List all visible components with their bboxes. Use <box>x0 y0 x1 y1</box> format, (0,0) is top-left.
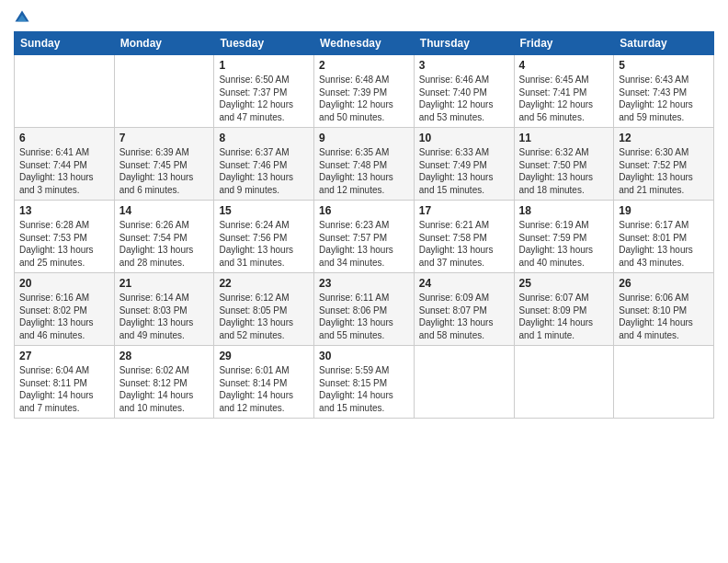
day-info: Sunrise: 6:48 AM Sunset: 7:39 PM Dayligh… <box>319 74 409 123</box>
day-number: 1 <box>219 59 309 72</box>
day-number: 9 <box>319 132 409 144</box>
day-cell: 12Sunrise: 6:30 AM Sunset: 7:52 PM Dayli… <box>614 128 714 201</box>
day-info: Sunrise: 6:35 AM Sunset: 7:48 PM Dayligh… <box>319 146 409 196</box>
page: SundayMondayTuesdayWednesdayThursdayFrid… <box>0 0 728 563</box>
day-cell: 17Sunrise: 6:21 AM Sunset: 7:58 PM Dayli… <box>414 201 514 273</box>
day-cell: 22Sunrise: 6:12 AM Sunset: 8:05 PM Dayli… <box>214 273 314 346</box>
day-info: Sunrise: 6:37 AM Sunset: 7:46 PM Dayligh… <box>219 146 309 196</box>
day-info: Sunrise: 6:28 AM Sunset: 7:53 PM Dayligh… <box>19 219 109 269</box>
day-info: Sunrise: 6:12 AM Sunset: 8:05 PM Dayligh… <box>219 292 309 341</box>
weekday-header-monday: Monday <box>114 32 214 55</box>
day-number: 10 <box>419 132 509 144</box>
day-cell: 26Sunrise: 6:06 AM Sunset: 8:10 PM Dayli… <box>614 273 714 346</box>
day-number: 26 <box>619 277 709 290</box>
calendar-table: SundayMondayTuesdayWednesdayThursdayFrid… <box>14 31 714 419</box>
day-cell: 2Sunrise: 6:48 AM Sunset: 7:39 PM Daylig… <box>314 55 415 128</box>
day-info: Sunrise: 6:26 AM Sunset: 7:54 PM Dayligh… <box>119 219 210 269</box>
week-row-5: 27Sunrise: 6:04 AM Sunset: 8:11 PM Dayli… <box>15 346 714 419</box>
day-number: 5 <box>619 59 709 72</box>
day-info: Sunrise: 6:06 AM Sunset: 8:10 PM Dayligh… <box>619 292 709 341</box>
day-number: 15 <box>219 204 309 217</box>
day-info: Sunrise: 6:39 AM Sunset: 7:45 PM Dayligh… <box>119 146 210 196</box>
day-cell: 6Sunrise: 6:41 AM Sunset: 7:44 PM Daylig… <box>15 128 115 201</box>
day-info: Sunrise: 6:21 AM Sunset: 7:58 PM Dayligh… <box>419 219 509 269</box>
weekday-header-sunday: Sunday <box>15 32 115 55</box>
weekday-header-row: SundayMondayTuesdayWednesdayThursdayFrid… <box>15 32 714 55</box>
day-cell: 5Sunrise: 6:43 AM Sunset: 7:43 PM Daylig… <box>614 55 714 128</box>
day-cell: 29Sunrise: 6:01 AM Sunset: 8:14 PM Dayli… <box>214 346 314 419</box>
day-number: 12 <box>619 132 709 144</box>
day-info: Sunrise: 6:11 AM Sunset: 8:06 PM Dayligh… <box>319 292 409 341</box>
day-info: Sunrise: 6:45 AM Sunset: 7:41 PM Dayligh… <box>519 74 609 123</box>
weekday-header-thursday: Thursday <box>414 32 514 55</box>
day-info: Sunrise: 6:43 AM Sunset: 7:43 PM Dayligh… <box>619 74 709 123</box>
day-info: Sunrise: 6:17 AM Sunset: 8:01 PM Dayligh… <box>619 219 709 269</box>
day-cell <box>514 346 614 419</box>
day-number: 17 <box>419 204 509 217</box>
day-number: 21 <box>119 277 210 290</box>
day-info: Sunrise: 6:01 AM Sunset: 8:14 PM Dayligh… <box>219 364 309 414</box>
day-number: 29 <box>219 350 309 362</box>
day-number: 25 <box>519 277 609 290</box>
day-number: 22 <box>219 277 309 290</box>
weekday-header-wednesday: Wednesday <box>314 32 415 55</box>
day-info: Sunrise: 6:07 AM Sunset: 8:09 PM Dayligh… <box>519 292 609 341</box>
day-info: Sunrise: 6:23 AM Sunset: 7:57 PM Dayligh… <box>319 219 409 269</box>
day-number: 28 <box>119 350 210 362</box>
day-cell <box>15 55 115 128</box>
week-row-4: 20Sunrise: 6:16 AM Sunset: 8:02 PM Dayli… <box>15 273 714 346</box>
weekday-header-tuesday: Tuesday <box>214 32 314 55</box>
weekday-header-saturday: Saturday <box>614 32 714 55</box>
day-cell <box>414 346 514 419</box>
day-info: Sunrise: 6:14 AM Sunset: 8:03 PM Dayligh… <box>119 292 210 341</box>
day-cell: 27Sunrise: 6:04 AM Sunset: 8:11 PM Dayli… <box>15 346 115 419</box>
day-cell: 21Sunrise: 6:14 AM Sunset: 8:03 PM Dayli… <box>114 273 214 346</box>
day-info: Sunrise: 6:09 AM Sunset: 8:07 PM Dayligh… <box>419 292 509 341</box>
day-cell <box>114 55 214 128</box>
day-cell: 9Sunrise: 6:35 AM Sunset: 7:48 PM Daylig… <box>314 128 415 201</box>
day-cell: 1Sunrise: 6:50 AM Sunset: 7:37 PM Daylig… <box>214 55 314 128</box>
day-number: 14 <box>119 204 210 217</box>
week-row-1: 1Sunrise: 6:50 AM Sunset: 7:37 PM Daylig… <box>15 55 714 128</box>
day-cell: 3Sunrise: 6:46 AM Sunset: 7:40 PM Daylig… <box>414 55 514 128</box>
day-cell: 14Sunrise: 6:26 AM Sunset: 7:54 PM Dayli… <box>114 201 214 273</box>
logo <box>14 9 32 26</box>
week-row-2: 6Sunrise: 6:41 AM Sunset: 7:44 PM Daylig… <box>15 128 714 201</box>
day-number: 30 <box>319 350 409 362</box>
day-cell: 19Sunrise: 6:17 AM Sunset: 8:01 PM Dayli… <box>614 201 714 273</box>
day-number: 20 <box>19 277 109 290</box>
day-info: Sunrise: 6:46 AM Sunset: 7:40 PM Dayligh… <box>419 74 509 123</box>
day-number: 6 <box>19 132 109 144</box>
day-number: 4 <box>519 59 609 72</box>
day-number: 11 <box>519 132 609 144</box>
day-cell: 28Sunrise: 6:02 AM Sunset: 8:12 PM Dayli… <box>114 346 214 419</box>
day-number: 13 <box>19 204 109 217</box>
week-row-3: 13Sunrise: 6:28 AM Sunset: 7:53 PM Dayli… <box>15 201 714 273</box>
day-number: 24 <box>419 277 509 290</box>
day-cell: 24Sunrise: 6:09 AM Sunset: 8:07 PM Dayli… <box>414 273 514 346</box>
day-number: 23 <box>319 277 409 290</box>
day-cell: 25Sunrise: 6:07 AM Sunset: 8:09 PM Dayli… <box>514 273 614 346</box>
day-number: 2 <box>319 59 409 72</box>
logo-icon <box>14 9 30 26</box>
day-number: 16 <box>319 204 409 217</box>
day-cell: 20Sunrise: 6:16 AM Sunset: 8:02 PM Dayli… <box>15 273 115 346</box>
day-number: 19 <box>619 204 709 217</box>
day-number: 3 <box>419 59 509 72</box>
day-number: 18 <box>519 204 609 217</box>
day-cell: 13Sunrise: 6:28 AM Sunset: 7:53 PM Dayli… <box>15 201 115 273</box>
day-cell: 4Sunrise: 6:45 AM Sunset: 7:41 PM Daylig… <box>514 55 614 128</box>
day-info: Sunrise: 6:50 AM Sunset: 7:37 PM Dayligh… <box>219 74 309 123</box>
day-cell: 11Sunrise: 6:32 AM Sunset: 7:50 PM Dayli… <box>514 128 614 201</box>
day-cell: 18Sunrise: 6:19 AM Sunset: 7:59 PM Dayli… <box>514 201 614 273</box>
day-number: 27 <box>19 350 109 362</box>
day-info: Sunrise: 6:41 AM Sunset: 7:44 PM Dayligh… <box>19 146 109 196</box>
day-info: Sunrise: 6:24 AM Sunset: 7:56 PM Dayligh… <box>219 219 309 269</box>
day-cell: 7Sunrise: 6:39 AM Sunset: 7:45 PM Daylig… <box>114 128 214 201</box>
day-cell: 16Sunrise: 6:23 AM Sunset: 7:57 PM Dayli… <box>314 201 415 273</box>
day-number: 7 <box>119 132 210 144</box>
day-info: Sunrise: 6:30 AM Sunset: 7:52 PM Dayligh… <box>619 146 709 196</box>
day-info: Sunrise: 6:16 AM Sunset: 8:02 PM Dayligh… <box>19 292 109 341</box>
day-info: Sunrise: 6:19 AM Sunset: 7:59 PM Dayligh… <box>519 219 609 269</box>
day-info: Sunrise: 5:59 AM Sunset: 8:15 PM Dayligh… <box>319 364 409 414</box>
